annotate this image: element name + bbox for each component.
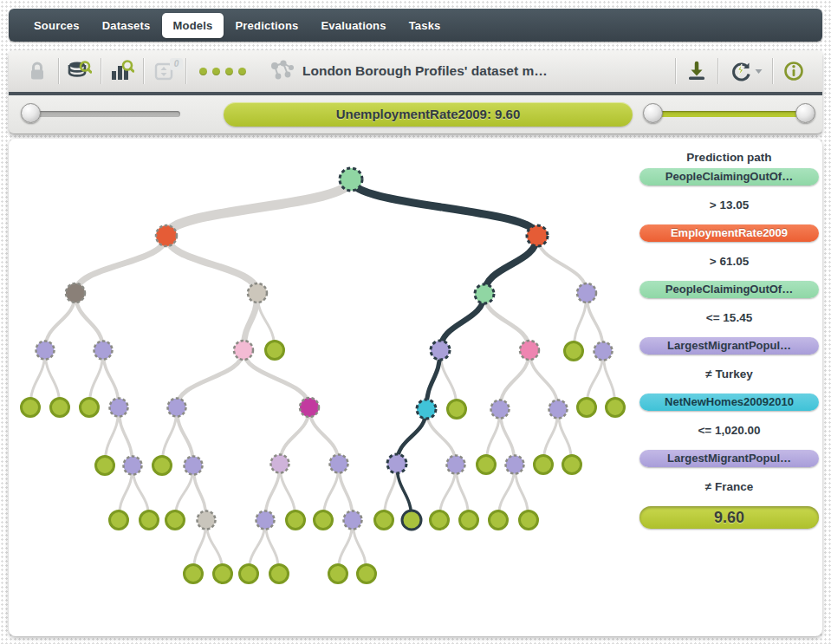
tree-node-lf700[interactable] bbox=[607, 399, 625, 417]
tree-node-lf162[interactable] bbox=[140, 511, 159, 530]
tree-node-lf192[interactable] bbox=[166, 511, 185, 530]
tree-node-lf667[interactable] bbox=[578, 399, 596, 417]
tree-edge bbox=[177, 350, 243, 407]
download-icon bbox=[686, 61, 707, 81]
tree-edge bbox=[166, 236, 257, 293]
prediction-path-steps: PeopleClaimingOutOf…> 13.05EmploymentRat… bbox=[639, 168, 819, 529]
tree-node-p567[interactable] bbox=[491, 400, 510, 419]
toolbar-separator bbox=[101, 58, 101, 84]
tree-node-lf433[interactable] bbox=[375, 511, 393, 530]
tree-node-lf59[interactable] bbox=[51, 399, 69, 417]
tree-node-pk1[interactable] bbox=[234, 341, 253, 360]
download-button[interactable] bbox=[678, 56, 715, 86]
tree-node-lf213b[interactable] bbox=[185, 565, 203, 583]
toolbar-separator bbox=[58, 58, 59, 84]
support-slider-track[interactable] bbox=[29, 111, 180, 117]
tree-node-lf413[interactable] bbox=[358, 565, 376, 583]
support-slider-knob[interactable] bbox=[21, 103, 41, 123]
range-slider-track[interactable] bbox=[652, 111, 813, 117]
dataset-search-button[interactable] bbox=[62, 56, 98, 86]
tree-node-p397[interactable] bbox=[344, 511, 362, 530]
chevron-down-icon bbox=[755, 68, 763, 75]
toolbar-separator bbox=[185, 58, 186, 84]
info-button[interactable] bbox=[776, 56, 812, 86]
prediction-path-title: Prediction path bbox=[639, 151, 819, 168]
tree-node-gb[interactable] bbox=[66, 283, 85, 302]
tree-node-lf650[interactable] bbox=[563, 456, 581, 474]
tree-node-p686[interactable] bbox=[594, 342, 613, 361]
tree-node-pk2[interactable] bbox=[520, 341, 539, 360]
dot-icon bbox=[199, 68, 207, 75]
tree-node-p5[interactable] bbox=[387, 454, 406, 473]
tree-node-lf531[interactable] bbox=[460, 511, 478, 530]
tree-node-p143[interactable] bbox=[124, 457, 142, 475]
tree-node-oL[interactable] bbox=[156, 225, 177, 246]
prediction-path-field-pill: LargestMigrantPopul… bbox=[639, 450, 819, 467]
prediction-path-panel: Prediction path PeopleClaimingOutOf…> 13… bbox=[639, 151, 819, 529]
tab-datasets[interactable]: Datasets bbox=[91, 13, 162, 38]
model-search-button[interactable] bbox=[104, 56, 140, 86]
tree-node-p584[interactable] bbox=[506, 456, 524, 474]
prediction-path-field-pill: NetNewHomes20092010 bbox=[639, 394, 819, 411]
tree-node-p516[interactable] bbox=[447, 456, 465, 474]
tree-node-lf307[interactable] bbox=[266, 342, 284, 360]
model-search-icon bbox=[110, 60, 134, 82]
tab-tasks[interactable]: Tasks bbox=[398, 13, 452, 38]
tree-node-lf312[interactable] bbox=[270, 565, 289, 583]
tree-node-lf497[interactable] bbox=[431, 511, 449, 530]
tree-node-root[interactable] bbox=[340, 168, 362, 191]
tree-node-lf93[interactable] bbox=[81, 399, 99, 417]
tab-sources[interactable]: Sources bbox=[23, 13, 91, 38]
tree-node-p296[interactable] bbox=[256, 511, 275, 530]
tree-node-lf111[interactable] bbox=[96, 457, 114, 475]
tree-node-lf380[interactable] bbox=[329, 565, 347, 583]
tree-node-pR1[interactable] bbox=[577, 283, 596, 302]
tree-node-lf277[interactable] bbox=[240, 565, 258, 583]
tree-node-g2[interactable] bbox=[475, 284, 494, 303]
tab-evaluations[interactable]: Evaluations bbox=[309, 13, 397, 38]
range-slider-knob-left[interactable] bbox=[643, 103, 663, 123]
info-icon bbox=[783, 61, 804, 81]
tree-node-lf127b[interactable] bbox=[110, 511, 128, 530]
tree-node-lf551[interactable] bbox=[477, 456, 496, 474]
dot-icon bbox=[225, 68, 233, 75]
tree-node-mg[interactable] bbox=[300, 398, 319, 417]
tree-node-pred[interactable] bbox=[402, 511, 421, 530]
tree-node-p213[interactable] bbox=[185, 457, 203, 475]
tree-node-bg[interactable] bbox=[248, 283, 267, 302]
tree-node-p127[interactable] bbox=[110, 399, 128, 417]
model-canvas: Prediction path PeopleClaimingOutOf…> 13… bbox=[9, 139, 822, 636]
tree-node-p3[interactable] bbox=[431, 341, 450, 360]
tree-node-lf652[interactable] bbox=[565, 342, 583, 361]
tree-node-lav[interactable] bbox=[271, 455, 289, 473]
prediction-path-operator: <= 1,020.00 bbox=[639, 411, 819, 450]
tree-node-lf363[interactable] bbox=[315, 511, 333, 530]
toolbar-panel: 0 London Borough Profiles' dataset m… bbox=[9, 50, 822, 134]
tree-node-p634[interactable] bbox=[549, 400, 568, 419]
dot-icon bbox=[212, 68, 220, 75]
tree-edge bbox=[351, 179, 537, 236]
tree-node-lf25[interactable] bbox=[22, 399, 40, 417]
tree-node-p194[interactable] bbox=[168, 399, 186, 417]
tree-node-lf247[interactable] bbox=[214, 565, 232, 583]
tree-node-lf565[interactable] bbox=[490, 511, 508, 530]
tree-node-p109[interactable] bbox=[94, 342, 113, 360]
tree-node-gray228[interactable] bbox=[198, 511, 216, 530]
tree-node-oR[interactable] bbox=[527, 225, 548, 246]
tree-node-lf617[interactable] bbox=[535, 456, 553, 474]
refresh-menu-button[interactable] bbox=[721, 56, 769, 86]
tree-node-lf600[interactable] bbox=[520, 511, 538, 530]
tree-node-cy[interactable] bbox=[417, 400, 436, 419]
tree-node-lf517[interactable] bbox=[448, 400, 466, 419]
tab-predictions[interactable]: Predictions bbox=[224, 13, 309, 38]
export-button[interactable]: 0 bbox=[146, 56, 183, 86]
lock-button[interactable] bbox=[19, 56, 55, 86]
tree-node-lf331[interactable] bbox=[287, 511, 305, 530]
tree-edge bbox=[75, 236, 166, 293]
tab-models[interactable]: Models bbox=[162, 13, 224, 38]
toolbar-separator bbox=[772, 58, 773, 84]
tree-node-lf177[interactable] bbox=[153, 457, 172, 475]
tree-node-p381[interactable] bbox=[330, 455, 348, 473]
tree-node-p42[interactable] bbox=[36, 342, 55, 360]
range-slider-knob-right[interactable] bbox=[795, 103, 815, 123]
